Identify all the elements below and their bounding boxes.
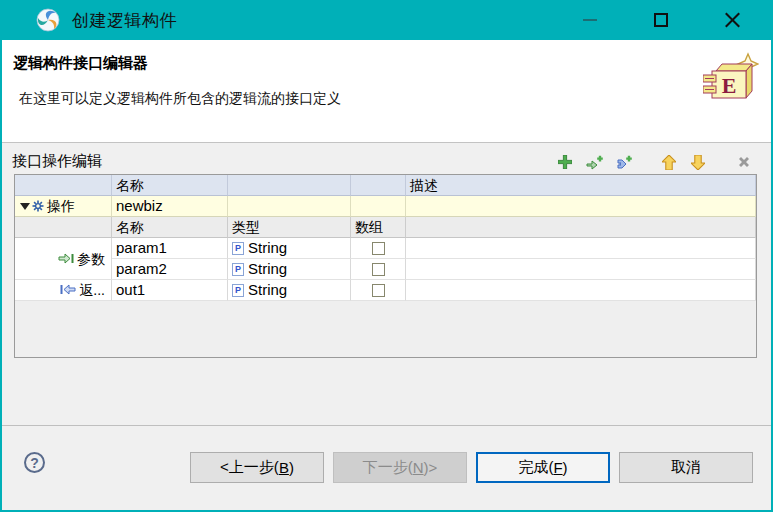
input-parameter-icon: [58, 253, 74, 265]
delete-x-icon: [738, 156, 750, 168]
help-icon: ?: [30, 455, 39, 471]
add-operation-button[interactable]: [554, 153, 576, 171]
operation-row-label-cell[interactable]: 操作: [15, 196, 112, 217]
operation-empty-cell2[interactable]: [351, 196, 406, 217]
finish-button[interactable]: 完成(F): [476, 452, 610, 483]
table-grid: 名称 描述 操作: [15, 175, 756, 301]
add-output-icon: [615, 155, 632, 170]
param2-type-value: String: [248, 259, 287, 279]
section-label: 接口操作编辑: [12, 152, 102, 171]
out1-type-value: String: [248, 280, 287, 300]
output-parameter-icon: [60, 284, 76, 296]
operations-toolbar: [554, 153, 755, 171]
param2-name-cell[interactable]: param2: [112, 259, 228, 280]
close-icon: [724, 12, 740, 28]
next-label-pre: 下一步(: [363, 458, 413, 477]
out1-type-cell[interactable]: P String: [228, 280, 351, 301]
page-subtitle: 在这里可以定义逻辑构件所包含的逻辑流的接口定义: [2, 73, 771, 108]
param1-type-value: String: [248, 238, 287, 258]
collapse-expander-icon[interactable]: [20, 203, 30, 210]
cancel-button[interactable]: 取消: [619, 452, 753, 483]
create-logic-component-dialog: 创建逻辑构件 逻辑构件接口编辑器 在这里可以定义逻辑构件所包含的逻辑流的接口定义…: [0, 0, 773, 512]
param1-array-checkbox[interactable]: [372, 242, 385, 255]
out1-array-cell: [351, 280, 406, 301]
param1-array-cell: [351, 238, 406, 259]
subheader-tree-cell: [15, 217, 112, 238]
primitive-type-icon: P: [232, 263, 244, 276]
subheader-array: 数组: [351, 217, 406, 238]
minimize-button[interactable]: [575, 5, 605, 35]
maximize-button[interactable]: [646, 5, 676, 35]
maximize-icon: [654, 13, 668, 27]
return-group-cell[interactable]: 返...: [15, 280, 112, 301]
param2-array-cell: [351, 259, 406, 280]
column-header-tree: [15, 175, 112, 196]
out1-name-cell[interactable]: out1: [112, 280, 228, 301]
column-header-description: 描述: [406, 175, 756, 196]
move-up-button[interactable]: [658, 153, 680, 171]
wizard-buttons: <上一步(B) 下一步(N)> 完成(F) 取消: [190, 452, 753, 483]
operation-empty-cell1[interactable]: [228, 196, 351, 217]
add-output-button[interactable]: [612, 153, 634, 171]
back-label-pre: <上一步(: [220, 458, 279, 477]
logic-component-icon: E: [703, 52, 759, 108]
param2-type-cell[interactable]: P String: [228, 259, 351, 280]
param1-description-cell[interactable]: [406, 238, 756, 259]
subheader-type: 类型: [228, 217, 351, 238]
add-input-icon: [586, 155, 603, 170]
finish-mnemonic: F: [553, 459, 562, 476]
move-up-icon: [662, 155, 676, 170]
param-group-cell[interactable]: 参数: [15, 238, 112, 280]
column-header-empty2: [351, 175, 406, 196]
operation-name-cell[interactable]: newbiz: [112, 196, 228, 217]
param2-description-cell[interactable]: [406, 259, 756, 280]
param-group-label: 参数: [77, 249, 105, 269]
window-controls: [575, 5, 747, 35]
back-label-post: ): [289, 459, 294, 476]
dialog-body: 接口操作编辑: [2, 143, 771, 425]
wizard-header: 逻辑构件接口编辑器 在这里可以定义逻辑构件所包含的逻辑流的接口定义 E: [2, 40, 771, 143]
title-bar: 创建逻辑构件: [2, 0, 771, 40]
svg-text:E: E: [722, 73, 737, 98]
delete-button: [733, 153, 755, 171]
out1-array-checkbox[interactable]: [372, 284, 385, 297]
window-title: 创建逻辑构件: [72, 9, 177, 32]
button-bar: ? <上一步(B) 下一步(N)> 完成(F) 取消: [2, 425, 771, 510]
primitive-type-icon: P: [232, 242, 244, 255]
return-group-label: 返...: [79, 280, 105, 300]
next-mnemonic: N: [413, 459, 424, 476]
add-plus-icon: [558, 155, 572, 169]
next-label-post: )>: [424, 459, 438, 476]
param2-array-checkbox[interactable]: [372, 263, 385, 276]
next-button: 下一步(N)>: [333, 452, 467, 483]
app-swirl-icon: [36, 8, 60, 32]
page-title: 逻辑构件接口编辑器: [2, 40, 771, 73]
back-mnemonic: B: [279, 459, 289, 476]
back-button[interactable]: <上一步(B): [190, 452, 324, 483]
param1-type-cell[interactable]: P String: [228, 238, 351, 259]
operation-label: 操作: [47, 196, 75, 216]
move-down-button[interactable]: [687, 153, 709, 171]
section-header: 接口操作编辑: [2, 143, 771, 174]
move-down-icon: [691, 155, 705, 170]
subheader-empty: [406, 217, 756, 238]
add-input-button[interactable]: [583, 153, 605, 171]
column-header-empty1: [228, 175, 351, 196]
out1-description-cell[interactable]: [406, 280, 756, 301]
finish-label-post: ): [563, 459, 568, 476]
param1-name-cell[interactable]: param1: [112, 238, 228, 259]
help-button[interactable]: ?: [24, 452, 45, 473]
column-header-name: 名称: [112, 175, 228, 196]
finish-label-pre: 完成(: [518, 458, 553, 477]
operation-description-cell[interactable]: [406, 196, 756, 217]
primitive-type-icon: P: [232, 284, 244, 297]
minimize-icon: [583, 19, 597, 21]
operation-gear-icon: [32, 200, 44, 212]
close-button[interactable]: [717, 5, 747, 35]
cancel-label: 取消: [671, 458, 701, 477]
interface-operations-table: 名称 描述 操作: [14, 174, 757, 358]
subheader-name: 名称: [112, 217, 228, 238]
